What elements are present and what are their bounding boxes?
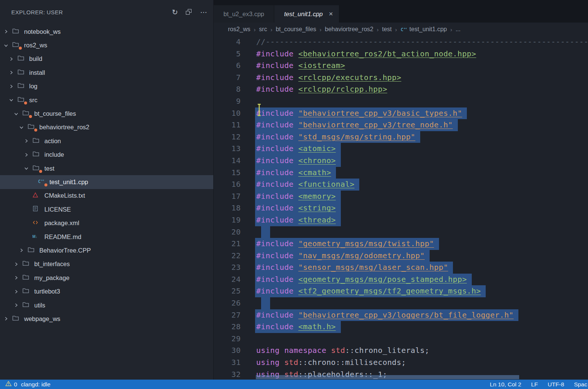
- code-line-29[interactable]: 29: [214, 333, 588, 345]
- chevron-down-icon[interactable]: [4, 43, 12, 48]
- chevron-down-icon[interactable]: [9, 98, 17, 102]
- code-line-9[interactable]: 9: [214, 95, 588, 107]
- refresh-icon[interactable]: ↻: [172, 9, 178, 16]
- tree-item-label: webpage_ws: [24, 315, 60, 322]
- code-line-6[interactable]: 6#include <iostream>: [214, 60, 588, 72]
- collapse-folders-icon[interactable]: [185, 9, 193, 15]
- breadcrumb-item-more[interactable]: ...: [456, 26, 460, 33]
- code-line-content: #include <cmath>: [241, 167, 336, 179]
- chevron-right-icon[interactable]: [4, 316, 12, 321]
- chevron-right-icon[interactable]: [9, 70, 17, 75]
- chevron-right-icon[interactable]: [9, 57, 17, 61]
- code-line-24[interactable]: 24#include <geometry_msgs/msg/pose_stamp…: [214, 274, 588, 286]
- code-line-19[interactable]: 19#include <thread>: [214, 214, 588, 226]
- code-line-20[interactable]: 20: [214, 226, 588, 238]
- code-line-8[interactable]: 8#include <rclcpp/rclcpp.hpp>: [214, 83, 588, 95]
- chevron-right-icon[interactable]: [14, 262, 22, 266]
- eol-indicator[interactable]: LF: [531, 381, 538, 388]
- tree-item-utils[interactable]: utils: [0, 298, 213, 312]
- code-line-4[interactable]: 4//-------------------------------------…: [214, 36, 588, 48]
- tree-item-webpage-ws[interactable]: webpage_ws: [0, 312, 213, 325]
- code-line-22[interactable]: 22#include "nav_msgs/msg/odometry.hpp": [214, 250, 588, 262]
- line-number: 29: [214, 333, 241, 345]
- tab-test-unit1-cpp[interactable]: test_unit1.cpp ×: [274, 5, 339, 23]
- tree-item-package-xml[interactable]: package.xml: [0, 216, 213, 230]
- status-bar: 0 clangd: idle Ln 10, Col 2 LF UTF-8 Spa…: [0, 380, 588, 389]
- horizontal-scrollbar[interactable]: [256, 375, 519, 379]
- breadcrumb-item-test-unit1-cpp[interactable]: test_unit1.cpp: [409, 26, 447, 33]
- chevron-right-icon[interactable]: [9, 84, 17, 89]
- more-actions-icon[interactable]: ⋯: [200, 9, 207, 16]
- chevron-right-icon[interactable]: [4, 29, 12, 34]
- tree-item-build[interactable]: build: [0, 52, 213, 66]
- tree-item-include[interactable]: include: [0, 148, 213, 162]
- tab-bt-u2-ex3-cpp[interactable]: bt_u2_ex3.cpp: [214, 5, 274, 23]
- code-line-10[interactable]: 10#include "behaviortree_cpp_v3/basic_ty…: [214, 107, 588, 120]
- tree-item-ros2-ws[interactable]: ros2_ws: [0, 38, 213, 52]
- code-line-12[interactable]: 12#include "std_msgs/msg/string.hpp": [214, 131, 588, 143]
- chevron-right-icon[interactable]: [14, 289, 22, 294]
- code-line-31[interactable]: 31using std::chrono::milliseconds;: [214, 357, 588, 369]
- code-line-21[interactable]: 21#include "geometry_msgs/msg/twist.hpp": [214, 238, 588, 250]
- cursor-position[interactable]: Ln 10, Col 2: [490, 381, 521, 388]
- code-line-30[interactable]: 30using namespace std::chrono_literals;: [214, 345, 588, 357]
- code-editor[interactable]: 4//-------------------------------------…: [214, 36, 588, 380]
- selection-highlight: #include "std_msgs/msg/string.hpp": [255, 131, 420, 143]
- tree-item-test[interactable]: test: [0, 162, 213, 175]
- code-line-5[interactable]: 5#include <behaviortree_ros2/bt_action_n…: [214, 48, 588, 60]
- chevron-down-icon[interactable]: [24, 166, 32, 171]
- close-tab-icon[interactable]: ×: [329, 10, 333, 18]
- tree-item-test-unit1-cpp[interactable]: C++test_unit1.cpp: [0, 175, 213, 189]
- breadcrumb-item-test[interactable]: test: [382, 26, 392, 33]
- chevron-right-icon[interactable]: [24, 153, 32, 157]
- tree-item-bt-course-files[interactable]: bt_course_files: [0, 107, 213, 120]
- code-line-27[interactable]: 27#include "behaviortree_cpp_v3/loggers/…: [214, 309, 588, 321]
- line-number: 26: [214, 297, 241, 309]
- code-line-13[interactable]: 13#include <atomic>: [214, 143, 588, 155]
- chevron-separator-icon: ›: [270, 26, 272, 33]
- tree-item-readme-md[interactable]: M↓README.md: [0, 230, 213, 244]
- tree-item-install[interactable]: install: [0, 66, 213, 79]
- chevron-right-icon[interactable]: [14, 303, 22, 307]
- code-line-15[interactable]: 15#include <cmath>: [214, 167, 588, 179]
- code-line-26[interactable]: 26: [214, 297, 588, 309]
- chevron-right-icon[interactable]: [24, 139, 32, 143]
- code-line-14[interactable]: 14#include <chrono>: [214, 155, 588, 167]
- code-line-16[interactable]: 16#include <functional>: [214, 179, 588, 191]
- language-server-status[interactable]: clangd: idle: [21, 381, 50, 388]
- indentation-indicator[interactable]: Spac: [574, 381, 587, 388]
- folder-icon: [32, 137, 40, 145]
- breadcrumb-item-behaviortree-ros2[interactable]: behaviortree_ros2: [325, 26, 374, 33]
- tree-item-turtlebot3[interactable]: turtlebot3: [0, 285, 213, 298]
- problems-indicator[interactable]: 0: [5, 381, 17, 388]
- chevron-right-icon[interactable]: [19, 248, 27, 253]
- code-line-25[interactable]: 25#include <tf2_geometry_msgs/tf2_geomet…: [214, 285, 588, 297]
- encoding-indicator[interactable]: UTF-8: [548, 381, 564, 388]
- tree-item-my-package[interactable]: my_package: [0, 271, 213, 285]
- tree-item-license[interactable]: LICENSE: [0, 203, 213, 216]
- tree-item-src[interactable]: src: [0, 93, 213, 107]
- code-line-28[interactable]: 28#include <math.h>: [214, 321, 588, 333]
- tree-item-label: LICENSE: [44, 206, 71, 213]
- breadcrumb-item-bt-course-files[interactable]: bt_course_files: [276, 26, 316, 33]
- tree-item-log[interactable]: log: [0, 80, 213, 93]
- breadcrumb-item-ros2-ws[interactable]: ros2_ws: [228, 26, 251, 33]
- tree-item-behaviortree-cpp[interactable]: BehaviorTree.CPP: [0, 244, 213, 257]
- tree-item-notebook-ws[interactable]: notebook_ws: [0, 25, 213, 38]
- tree-item-action[interactable]: action: [0, 134, 213, 148]
- line-number: 13: [214, 143, 241, 155]
- breadcrumb-item-src[interactable]: src: [259, 26, 267, 33]
- chevron-down-icon[interactable]: [14, 112, 22, 116]
- explorer-header: EXPLORER: USER ↻ ⋯: [0, 0, 213, 24]
- line-number: 9: [214, 95, 241, 107]
- tree-item-cmakelists-txt[interactable]: CMakeLists.txt: [0, 189, 213, 203]
- code-line-23[interactable]: 23#include "sensor_msgs/msg/laser_scan.h…: [214, 262, 588, 274]
- chevron-right-icon[interactable]: [14, 275, 22, 280]
- tree-item-behaviortree-ros2[interactable]: behaviortree_ros2: [0, 121, 213, 134]
- code-line-18[interactable]: 18#include <string>: [214, 202, 588, 214]
- chevron-down-icon[interactable]: [19, 125, 27, 130]
- code-line-7[interactable]: 7#include <rclcpp/executors.hpp>: [214, 72, 588, 84]
- code-line-17[interactable]: 17#include <memory>: [214, 191, 588, 203]
- code-line-11[interactable]: 11#include "behaviortree_cpp_v3/tree_nod…: [214, 119, 588, 131]
- tree-item-bt-interfaces[interactable]: bt_interfaces: [0, 257, 213, 271]
